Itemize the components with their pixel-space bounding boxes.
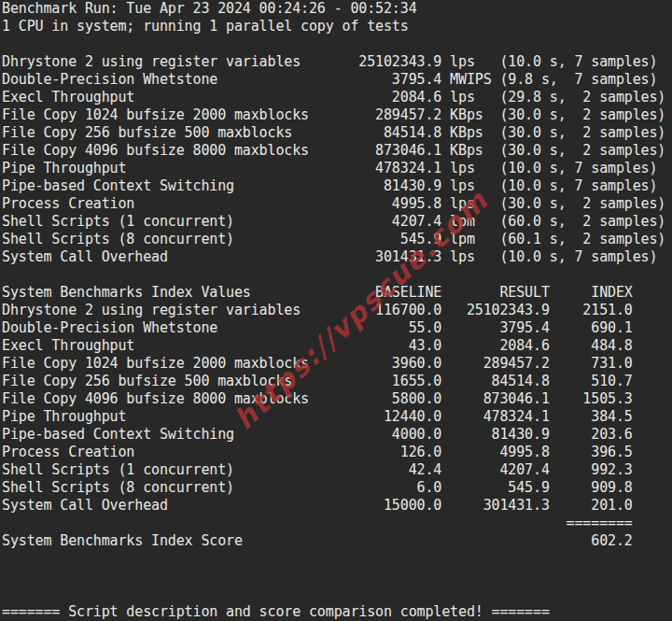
result-row: Shell Scripts (1 concurrent) 4207.4 lpm … <box>2 213 665 231</box>
result-row: Double-Precision Whetstone 3795.4 MWIPS … <box>2 71 665 89</box>
index-row: System Call Overhead 15000.0 301431.3 20… <box>2 497 665 515</box>
terminal-output: Benchmark Run: Tue Apr 23 2024 00:24:26 … <box>2 0 665 621</box>
terminal-screen: Benchmark Run: Tue Apr 23 2024 00:24:26 … <box>0 0 672 621</box>
footer-line: ======= Script description and score com… <box>2 603 665 621</box>
blank-line <box>2 568 665 586</box>
result-row: Pipe Throughput 478324.1 lps (10.0 s, 7 … <box>2 160 665 177</box>
cpu-info-line: 1 CPU in system; running 1 parallel copy… <box>2 18 665 35</box>
index-header-row: System Benchmarks Index Values BASELINE … <box>2 284 665 302</box>
result-row: File Copy 256 bufsize 500 maxblocks 8451… <box>2 124 665 142</box>
index-row: Execl Throughput 43.0 2084.6 484.8 <box>2 337 665 355</box>
index-separator-row: ======== <box>2 515 665 532</box>
result-row: File Copy 4096 bufsize 8000 maxblocks 87… <box>2 142 665 160</box>
result-row: System Call Overhead 301431.3 lps (10.0 … <box>2 248 665 266</box>
result-row: Dhrystone 2 using register variables 251… <box>2 53 665 71</box>
benchmark-run-line: Benchmark Run: Tue Apr 23 2024 00:24:26 … <box>2 0 665 18</box>
index-row: Dhrystone 2 using register variables 116… <box>2 302 665 319</box>
index-row: File Copy 4096 bufsize 8000 maxblocks 58… <box>2 390 665 408</box>
blank-line <box>2 35 665 53</box>
blank-line <box>2 586 665 603</box>
result-row: File Copy 1024 bufsize 2000 maxblocks 28… <box>2 106 665 124</box>
blank-line <box>2 266 665 284</box>
index-row: File Copy 256 bufsize 500 maxblocks 1655… <box>2 373 665 390</box>
result-row: Pipe-based Context Switching 81430.9 lps… <box>2 177 665 195</box>
result-row: Execl Throughput 2084.6 lps (29.8 s, 2 s… <box>2 89 665 106</box>
index-row: File Copy 1024 bufsize 2000 maxblocks 39… <box>2 355 665 373</box>
result-row: Shell Scripts (8 concurrent) 545.9 lpm (… <box>2 231 665 248</box>
blank-line <box>2 550 665 568</box>
index-row: Shell Scripts (8 concurrent) 6.0 545.9 9… <box>2 479 665 497</box>
index-score-row: System Benchmarks Index Score 602.2 <box>2 532 665 550</box>
result-row: Process Creation 4995.8 lps (30.0 s, 2 s… <box>2 195 665 213</box>
index-row: Double-Precision Whetstone 55.0 3795.4 6… <box>2 319 665 337</box>
index-row: Pipe Throughput 12440.0 478324.1 384.5 <box>2 408 665 426</box>
index-row: Process Creation 126.0 4995.8 396.5 <box>2 444 665 461</box>
index-row: Shell Scripts (1 concurrent) 42.4 4207.4… <box>2 461 665 479</box>
index-row: Pipe-based Context Switching 4000.0 8143… <box>2 426 665 444</box>
